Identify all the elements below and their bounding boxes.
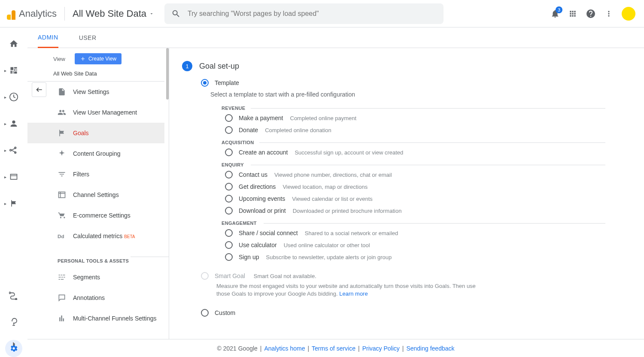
menu-icon	[58, 88, 66, 96]
rail-attribution[interactable]	[5, 287, 22, 304]
menu-label: Filters	[73, 171, 89, 178]
menu-icon: Dd	[58, 232, 66, 240]
radio-option[interactable]	[225, 207, 233, 215]
rail-customization[interactable]: ▸	[5, 62, 22, 79]
template-option[interactable]: Contact usViewed phone number, direction…	[182, 171, 605, 178]
product-name: Analytics	[19, 8, 57, 19]
rail-home[interactable]	[5, 35, 22, 52]
template-option[interactable]: Make a paymentCompleted online payment	[182, 114, 605, 122]
tab-user[interactable]: USER	[79, 27, 97, 48]
option-desc: Viewed phone number, directions, chat or…	[274, 172, 392, 178]
learn-more-link[interactable]: Learn more	[339, 290, 368, 297]
rail-audience[interactable]: ▸	[5, 115, 22, 132]
menu-item[interactable]: E-commerce Settings	[27, 205, 164, 226]
clock-icon	[9, 92, 18, 102]
rail-conversions[interactable]: ▸	[5, 195, 22, 212]
goal-form: 1 Goal set-up Template Select a template…	[169, 48, 644, 339]
back-arrow-icon	[35, 85, 43, 94]
radio-option[interactable]	[225, 114, 233, 122]
column-scrollbar[interactable]	[166, 48, 169, 100]
template-option[interactable]: Use calculatorUsed online calculator or …	[182, 241, 605, 249]
radio-custom[interactable]	[201, 309, 209, 317]
back-button[interactable]	[32, 82, 46, 97]
widgets-icon	[9, 66, 18, 75]
footer-link-home[interactable]: Analytics home	[264, 345, 305, 352]
menu-item[interactable]: View User Management	[27, 102, 164, 123]
personal-tools-header: PERSONAL TOOLS & ASSETS	[27, 246, 169, 267]
menu-item[interactable]: Annotations	[27, 287, 164, 308]
plus-icon	[80, 56, 86, 62]
template-option[interactable]: Get directionsViewed location, map or di…	[182, 183, 605, 191]
nav-rail: ▸ ▸ ▸ ▸ ▸ ▸	[0, 27, 27, 357]
footer-link-feedback[interactable]: Sending feedback	[406, 345, 454, 352]
menu-icon	[58, 170, 66, 178]
menu-icon	[58, 108, 66, 117]
menu-label: View User Management	[73, 109, 137, 116]
tab-admin[interactable]: ADMIN	[38, 27, 58, 48]
option-desc: Used online calculator or other tool	[284, 242, 370, 248]
category-header: REVENUE	[182, 106, 605, 111]
category-header: ACQUISITION	[182, 140, 605, 145]
rail-realtime[interactable]: ▸	[5, 88, 22, 106]
home-icon	[9, 39, 18, 48]
template-option[interactable]: Download or printDownloaded or printed b…	[182, 207, 605, 215]
analytics-logo[interactable]: Analytics	[7, 8, 57, 20]
search-input[interactable]	[188, 10, 437, 18]
notifications-button[interactable]: 3	[550, 9, 560, 18]
radio-option[interactable]	[225, 148, 233, 156]
menu-icon	[58, 211, 66, 220]
category-header: ENGAGEMENT	[182, 221, 605, 226]
category-header: ENQUIRY	[182, 162, 605, 167]
option-label: Create an account	[239, 149, 288, 156]
menu-item[interactable]: Multi-Channel Funnels Settings	[27, 308, 164, 329]
footer-link-terms[interactable]: Terms of service	[312, 345, 355, 352]
radio-option[interactable]	[225, 241, 233, 249]
radio-option[interactable]	[225, 171, 233, 178]
template-option[interactable]: Sign upSubscribe to newsletter, update a…	[182, 253, 605, 261]
footer-link-privacy[interactable]: Privacy Policy	[362, 345, 400, 352]
menu-label: Content Grouping	[73, 150, 121, 157]
rail-acquisition[interactable]: ▸	[5, 142, 22, 159]
menu-icon	[58, 273, 66, 281]
account-selector[interactable]: All Web Site Data	[73, 8, 154, 19]
template-option[interactable]: DonateCompleted online donation	[182, 126, 605, 134]
option-label: Make a payment	[239, 115, 283, 121]
more-vert-icon[interactable]	[605, 9, 613, 18]
menu-label: Multi-Channel Funnels Settings	[73, 315, 157, 322]
radio-option[interactable]	[225, 126, 233, 134]
radio-option[interactable]	[225, 229, 233, 237]
view-selector[interactable]: All Web Site Data	[27, 68, 164, 82]
smart-goal-unavailable: Smart Goal not available.	[254, 273, 316, 279]
option-label: Sign up	[239, 254, 259, 260]
radio-option[interactable]	[225, 253, 233, 261]
create-view-button[interactable]: Create View	[75, 53, 122, 64]
radio-option[interactable]	[225, 195, 233, 203]
radio-template[interactable]	[201, 79, 209, 87]
menu-item[interactable]: Channel Settings	[27, 185, 164, 205]
option-desc: Viewed calendar or list or events	[292, 196, 373, 202]
template-option[interactable]: Share / social connectShared to a social…	[182, 229, 605, 237]
admin-tabs: ADMIN USER	[27, 27, 644, 48]
custom-label: Custom	[215, 309, 235, 316]
help-icon[interactable]	[586, 9, 596, 19]
menu-item[interactable]: DdCalculated metricsBETA	[27, 226, 164, 246]
rail-behavior[interactable]: ▸	[5, 168, 22, 185]
menu-item[interactable]: Goals	[27, 123, 164, 143]
menu-item[interactable]: Segments	[27, 267, 164, 287]
share-icon	[9, 145, 18, 155]
menu-item[interactable]: Filters	[27, 164, 164, 185]
template-option[interactable]: Create an accountSuccessful sign up, acc…	[182, 148, 605, 156]
template-option[interactable]: Upcoming eventsViewed calendar or list o…	[182, 195, 605, 203]
user-avatar[interactable]	[622, 7, 635, 21]
search-box[interactable]	[164, 3, 444, 24]
collapse-nav-button[interactable]	[7, 337, 21, 351]
menu-item[interactable]: View Settings	[27, 82, 164, 102]
rail-discover[interactable]	[5, 313, 22, 330]
menu-item[interactable]: Content Grouping	[27, 143, 164, 164]
smart-goal-help: Measure the most engaged visits to your …	[201, 282, 476, 298]
menu-icon	[58, 129, 66, 137]
radio-option[interactable]	[225, 183, 233, 191]
option-desc: Completed online payment	[290, 115, 357, 121]
option-desc: Downloaded or printed brochure informati…	[293, 208, 402, 214]
apps-icon[interactable]	[568, 9, 577, 18]
